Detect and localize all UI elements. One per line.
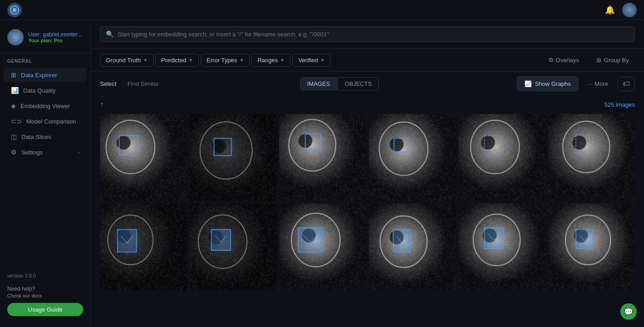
grid-item[interactable]: [458, 203, 545, 290]
toolbar-right: 📈 Show Graphs ··· More 🏷: [517, 76, 635, 91]
select-button[interactable]: Select: [100, 79, 116, 89]
settings-icon: ⚙: [11, 149, 17, 156]
sidebar-item-data-explorer[interactable]: ⊞ Data Explorer: [4, 68, 87, 82]
data-slices-icon: ◫: [11, 133, 17, 140]
verified-chevron-icon: ▼: [320, 58, 325, 63]
error-types-filter[interactable]: Error Types ▼: [201, 54, 250, 67]
tag-button[interactable]: 🏷: [618, 77, 635, 91]
chat-icon: 💬: [624, 307, 633, 316]
sidebar: User: gabriel.monter... Your plan: Pro G…: [0, 20, 91, 327]
sidebar-item-label: Data Quality: [23, 87, 56, 94]
objects-toggle[interactable]: OBJECTS: [338, 77, 379, 90]
sidebar-item-data-slices[interactable]: ◫ Data Slices: [4, 129, 87, 144]
sidebar-item-embedding-viewer[interactable]: ◈ Embedding Viewer: [4, 99, 87, 113]
sidebar-item-label: Data Explorer: [21, 72, 57, 79]
view-toggle: IMAGES OBJECTS: [300, 77, 379, 90]
show-graphs-icon: 📈: [524, 80, 532, 87]
notification-bell-icon[interactable]: 🔔: [605, 5, 615, 15]
general-section-label: GENERAL: [0, 59, 91, 67]
search-icon: 🔍: [106, 30, 114, 38]
filter-right: ⧉ Overlays ⊞ Group By: [543, 53, 635, 67]
toolbar: Select Find Similar IMAGES OBJECTS 📈 Sho…: [91, 72, 644, 96]
user-plan: Your plan: Pro: [28, 38, 82, 43]
mri-image: [279, 203, 366, 290]
user-name: User: gabriel.monter...: [28, 31, 82, 38]
main-layout: User: gabriel.monter... Your plan: Pro G…: [0, 20, 644, 327]
mri-image: [100, 203, 187, 290]
predicted-filter[interactable]: Predicted ▼: [156, 54, 199, 67]
grid-item[interactable]: [548, 203, 635, 290]
grid-header: ↑ 525 images: [100, 96, 635, 114]
app-logo[interactable]: [7, 3, 22, 17]
filter-left: Ground Truth ▼ Predicted ▼ Error Types ▼…: [100, 54, 331, 67]
mri-image: [548, 203, 635, 290]
toolbar-left: Select Find Similar: [100, 79, 162, 89]
mri-image: [190, 114, 277, 201]
grid-item[interactable]: [548, 114, 635, 201]
search-input-wrap: 🔍: [100, 26, 635, 42]
predicted-label: Predicted: [161, 57, 186, 64]
more-button[interactable]: ··· More: [582, 77, 614, 90]
search-input[interactable]: [117, 31, 629, 38]
groupby-icon: ⊞: [596, 57, 601, 64]
grid-item[interactable]: [369, 203, 456, 290]
user-avatar[interactable]: [622, 3, 637, 17]
usage-guide-button[interactable]: Usage Guide: [7, 303, 83, 316]
overlays-label: Overlays: [556, 57, 579, 64]
sidebar-item-label: Model Comparison: [26, 118, 76, 125]
sidebar-avatar: [7, 29, 24, 45]
data-quality-icon: 📊: [11, 87, 19, 94]
grid-item[interactable]: [369, 114, 456, 201]
sidebar-item-label: Settings: [21, 149, 43, 156]
topbar: 🔔: [0, 0, 644, 20]
grid-item[interactable]: [458, 114, 545, 201]
sidebar-item-data-quality[interactable]: 📊 Data Quality: [4, 83, 87, 98]
sidebar-item-label: Data Slices: [21, 134, 51, 140]
need-help-text: Need help?: [7, 286, 83, 292]
ranges-filter[interactable]: Ranges ▼: [252, 54, 291, 67]
mri-image: [548, 114, 635, 201]
verified-filter[interactable]: Verified ▼: [292, 54, 331, 67]
data-explorer-icon: ⊞: [11, 71, 16, 79]
user-details: User: gabriel.monter... Your plan: Pro: [28, 31, 82, 43]
sort-arrow-icon[interactable]: ↑: [100, 100, 104, 109]
find-similar-button[interactable]: Find Similar: [124, 79, 162, 89]
sidebar-footer: Need help? Check our docs Usage Guide: [0, 280, 91, 322]
overlays-icon: ⧉: [549, 56, 553, 64]
chat-bubble[interactable]: 💬: [620, 303, 637, 320]
grid-item[interactable]: [190, 114, 277, 201]
grid-item[interactable]: [100, 114, 187, 201]
filter-bar: Ground Truth ▼ Predicted ▼ Error Types ▼…: [91, 49, 644, 72]
images-toggle[interactable]: IMAGES: [300, 77, 337, 90]
settings-arrow-icon: ›: [78, 149, 80, 156]
svg-point-1: [13, 8, 16, 12]
mri-image: [458, 114, 545, 201]
image-grid-area: ↑ 525 images: [91, 96, 644, 327]
search-bar: 🔍: [91, 20, 644, 49]
error-types-label: Error Types: [206, 57, 237, 64]
error-types-chevron-icon: ▼: [239, 58, 244, 63]
embedding-icon: ◈: [11, 102, 16, 109]
overlays-button[interactable]: ⧉ Overlays: [543, 53, 585, 67]
show-graphs-button[interactable]: 📈 Show Graphs: [517, 76, 579, 91]
sidebar-item-label: Embedding Viewer: [20, 103, 70, 109]
mri-image: [369, 114, 456, 201]
image-grid: [100, 114, 635, 290]
ground-truth-filter[interactable]: Ground Truth ▼: [100, 54, 154, 67]
grid-item[interactable]: [279, 114, 366, 201]
version-label: version 3.0.0: [0, 271, 91, 280]
image-count: 525 images: [604, 101, 635, 108]
user-info: User: gabriel.monter... Your plan: Pro: [0, 25, 91, 53]
topbar-right: 🔔: [605, 3, 637, 17]
groupby-button[interactable]: ⊞ Group By: [590, 54, 635, 67]
verified-label: Verified: [298, 57, 318, 64]
ground-truth-label: Ground Truth: [106, 57, 141, 64]
check-docs-text: Check our docs: [7, 293, 83, 298]
sidebar-item-model-comparison[interactable]: ⊂⊃ Model Comparison: [4, 114, 87, 129]
mri-image: [100, 114, 187, 201]
grid-item[interactable]: [190, 203, 277, 290]
grid-item[interactable]: [279, 203, 366, 290]
grid-item[interactable]: [100, 203, 187, 290]
sidebar-item-settings[interactable]: ⚙ Settings ›: [4, 145, 87, 159]
mri-image: [369, 203, 456, 290]
